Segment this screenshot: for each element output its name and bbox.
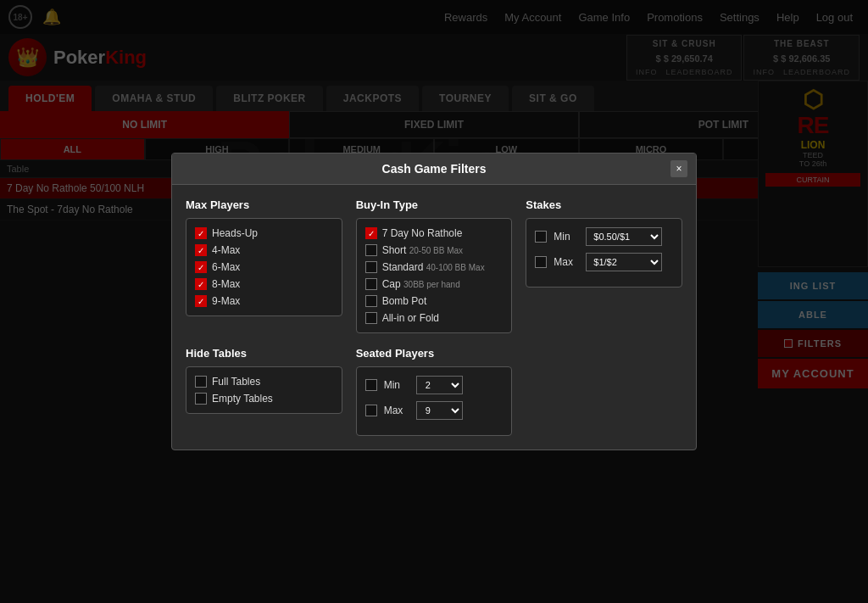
- stakes-min-select[interactable]: $0.50/$1: [586, 227, 662, 246]
- seated-max-row: Max 9: [365, 401, 504, 420]
- checkbox-bomb-pot[interactable]: Bomb Pot: [365, 295, 504, 307]
- stakes-max-row: Max $1/$2: [535, 253, 673, 271]
- stakes-min-label: Min: [554, 231, 579, 243]
- max-players-section: Max Players Heads-Up 4-Max 6-Max: [186, 198, 342, 333]
- modal-overlay: Cash Game Filters × Max Players Heads-Up…: [0, 0, 868, 603]
- max-players-box: Heads-Up 4-Max 6-Max 8-Max: [186, 218, 342, 316]
- cash-game-filters-modal: Cash Game Filters × Max Players Heads-Up…: [171, 153, 697, 450]
- checkbox-short-label: Short 20-50 BB Max: [382, 244, 463, 256]
- stakes-max-checkbox[interactable]: [535, 256, 547, 268]
- stakes-title: Stakes: [526, 198, 682, 211]
- hide-tables-box: Full Tables Empty Tables: [186, 366, 342, 414]
- seated-min-label: Min: [384, 379, 409, 391]
- bottom-placeholder: [526, 347, 682, 436]
- checkbox-4max-cb[interactable]: [195, 244, 207, 256]
- checkbox-8max-label: 8-Max: [212, 278, 240, 290]
- checkbox-9max-cb[interactable]: [195, 295, 207, 307]
- buy-in-title: Buy-In Type: [356, 198, 513, 211]
- modal-bottom: Hide Tables Full Tables Empty Tables Sea…: [172, 347, 696, 449]
- seated-min-checkbox[interactable]: [365, 379, 377, 391]
- checkbox-all-in-fold-cb[interactable]: [365, 312, 377, 324]
- seated-min-spinner[interactable]: 2: [416, 376, 463, 394]
- checkbox-empty-tables[interactable]: Empty Tables: [195, 393, 333, 405]
- checkbox-heads-up-label: Heads-Up: [212, 227, 258, 239]
- checkbox-4max[interactable]: 4-Max: [195, 244, 333, 256]
- checkbox-cap-label: Cap 30BB per hand: [382, 278, 460, 290]
- buy-in-type-section: Buy-In Type 7 Day No Rathole Short 20-50…: [356, 198, 513, 333]
- stakes-max-label: Max: [554, 256, 579, 268]
- checkbox-empty-tables-cb[interactable]: [195, 393, 207, 405]
- hide-tables-title: Hide Tables: [186, 347, 342, 360]
- seated-players-title: Seated Players: [356, 347, 513, 360]
- stakes-max-select[interactable]: $1/$2: [586, 253, 662, 271]
- checkbox-7day-label: 7 Day No Rathole: [382, 227, 463, 239]
- checkbox-standard[interactable]: Standard 40-100 BB Max: [365, 261, 504, 273]
- checkbox-4max-label: 4-Max: [212, 244, 240, 256]
- checkbox-heads-up-cb[interactable]: [195, 227, 207, 239]
- modal-close-button[interactable]: ×: [670, 160, 687, 177]
- checkbox-standard-label: Standard 40-100 BB Max: [382, 261, 485, 273]
- checkbox-8max[interactable]: 8-Max: [195, 278, 333, 290]
- modal-title: Cash Game Filters: [382, 162, 487, 176]
- checkbox-empty-tables-label: Empty Tables: [212, 393, 273, 405]
- checkbox-9max-label: 9-Max: [212, 295, 240, 307]
- checkbox-all-in-fold[interactable]: All-in or Fold: [365, 312, 504, 324]
- buy-in-box: 7 Day No Rathole Short 20-50 BB Max Stan…: [356, 218, 513, 333]
- checkbox-all-in-fold-label: All-in or Fold: [382, 312, 439, 324]
- modal-header: Cash Game Filters ×: [172, 154, 696, 185]
- checkbox-full-tables-label: Full Tables: [212, 376, 260, 388]
- stakes-section: Stakes Min $0.50/$1 Max $1/$2: [526, 198, 682, 333]
- checkbox-short-cb[interactable]: [365, 244, 377, 256]
- seated-players-box: Min 2 Max 9: [356, 366, 513, 436]
- max-players-title: Max Players: [186, 198, 342, 211]
- checkbox-9max[interactable]: 9-Max: [195, 295, 333, 307]
- stakes-min-row: Min $0.50/$1: [535, 227, 673, 246]
- stakes-box: Min $0.50/$1 Max $1/$2: [526, 218, 682, 288]
- checkbox-7day-cb[interactable]: [365, 227, 377, 239]
- checkbox-6max-label: 6-Max: [212, 261, 240, 273]
- checkbox-bomb-pot-cb[interactable]: [365, 295, 377, 307]
- seated-min-row: Min 2: [365, 376, 504, 394]
- seated-max-label: Max: [384, 405, 409, 416]
- seated-players-section: Seated Players Min 2 Max 9: [356, 347, 513, 436]
- checkbox-cap[interactable]: Cap 30BB per hand: [365, 278, 504, 290]
- seated-max-checkbox[interactable]: [365, 405, 377, 416]
- checkbox-full-tables-cb[interactable]: [195, 376, 207, 388]
- seated-max-spinner[interactable]: 9: [416, 401, 463, 420]
- checkbox-bomb-pot-label: Bomb Pot: [382, 295, 427, 307]
- checkbox-8max-cb[interactable]: [195, 278, 207, 290]
- checkbox-6max-cb[interactable]: [195, 261, 207, 273]
- checkbox-heads-up[interactable]: Heads-Up: [195, 227, 333, 239]
- checkbox-full-tables[interactable]: Full Tables: [195, 376, 333, 388]
- checkbox-standard-cb[interactable]: [365, 261, 377, 273]
- checkbox-6max[interactable]: 6-Max: [195, 261, 333, 273]
- modal-body: Max Players Heads-Up 4-Max 6-Max: [172, 185, 696, 347]
- hide-tables-section: Hide Tables Full Tables Empty Tables: [186, 347, 342, 436]
- checkbox-short[interactable]: Short 20-50 BB Max: [365, 244, 504, 256]
- stakes-min-checkbox[interactable]: [535, 231, 547, 243]
- checkbox-cap-cb[interactable]: [365, 278, 377, 290]
- checkbox-7day[interactable]: 7 Day No Rathole: [365, 227, 504, 239]
